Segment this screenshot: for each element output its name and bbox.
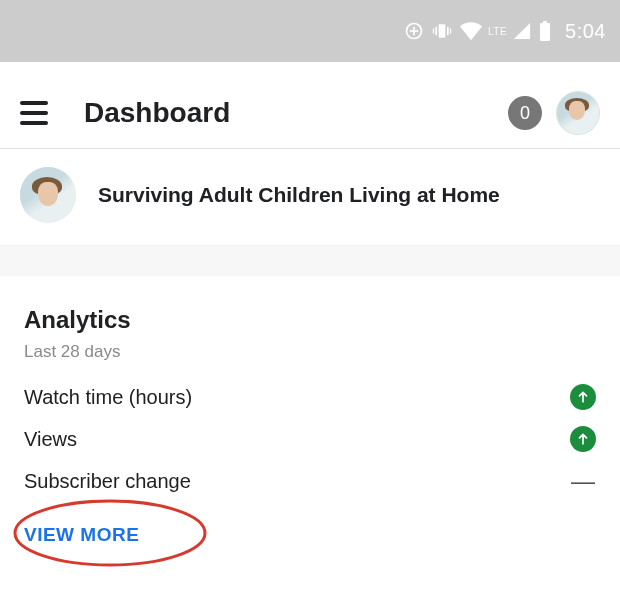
battery-icon: [539, 21, 551, 41]
metric-label: Watch time (hours): [24, 386, 560, 409]
metric-row-watch-time[interactable]: Watch time (hours): [24, 376, 596, 418]
svg-rect-8: [543, 21, 547, 23]
svg-rect-5: [447, 27, 449, 35]
view-more-button[interactable]: VIEW MORE: [24, 524, 139, 546]
trend-flat-icon: —: [570, 467, 596, 495]
app-bar: Dashboard 0: [0, 78, 620, 149]
analytics-heading: Analytics: [24, 306, 596, 334]
svg-rect-6: [433, 29, 434, 34]
wifi-icon: [460, 21, 482, 41]
svg-rect-7: [450, 29, 451, 34]
metric-row-views[interactable]: Views: [24, 418, 596, 460]
metric-row-subscriber-change[interactable]: Subscriber change —: [24, 460, 596, 502]
vibrate-icon: [432, 21, 452, 41]
notification-badge[interactable]: 0: [508, 96, 542, 130]
network-type: LTE: [488, 26, 507, 37]
metric-label: Views: [24, 428, 560, 451]
menu-icon[interactable]: [20, 101, 50, 125]
page-title: Dashboard: [84, 97, 230, 129]
metric-label: Subscriber change: [24, 470, 560, 493]
video-thumbnail: [20, 167, 76, 223]
profile-avatar[interactable]: [556, 91, 600, 135]
trend-up-icon: [570, 426, 596, 452]
status-bar: LTE 5:04: [0, 0, 620, 62]
svg-rect-3: [439, 24, 446, 37]
video-card[interactable]: Surviving Adult Children Living at Home: [0, 149, 620, 246]
section-divider: [0, 246, 620, 276]
svg-rect-9: [540, 23, 550, 41]
video-title: Surviving Adult Children Living at Home: [98, 183, 500, 207]
analytics-section: Analytics Last 28 days Watch time (hours…: [0, 276, 620, 592]
analytics-subheading: Last 28 days: [24, 342, 596, 362]
svg-rect-4: [435, 27, 437, 35]
status-time: 5:04: [565, 20, 606, 43]
accuracy-icon: [404, 21, 424, 41]
signal-icon: [513, 22, 531, 40]
trend-up-icon: [570, 384, 596, 410]
